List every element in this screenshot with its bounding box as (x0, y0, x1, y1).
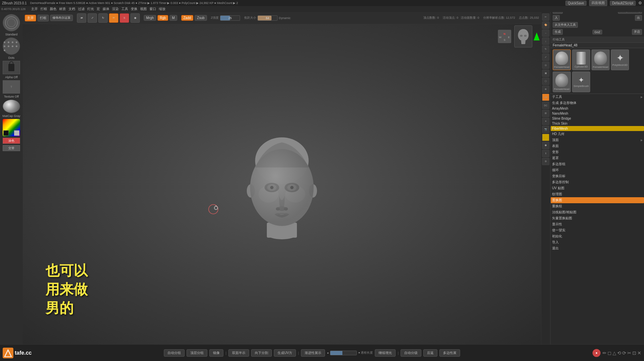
menu-item-macro[interactable]: 宏 (97, 7, 100, 11)
quicksave-btn[interactable]: QuickSave (565, 1, 586, 6)
loop-length-slider[interactable] (330, 351, 357, 355)
menu-item-view[interactable]: 视图 (140, 7, 147, 11)
subtool-generate-item[interactable]: 生成 多边形物体 (551, 100, 644, 106)
poly-control-item[interactable]: 多边形控制 (551, 179, 644, 185)
rsi-poly-btn[interactable]: ⬢ (542, 142, 549, 149)
head-preview-thumbnail[interactable] (514, 25, 532, 47)
undo-item[interactable]: 使一望实 (551, 227, 644, 233)
alpha-box[interactable] (3, 61, 20, 74)
brush-preview[interactable] (3, 14, 20, 31)
continuous-light-btn[interactable]: 继续增光 (375, 349, 396, 357)
rsi-info-btn[interactable]: ℹ (542, 150, 549, 157)
menu-item-draw[interactable]: 打框 (40, 7, 47, 11)
scale-btn[interactable]: ⤢ (88, 13, 97, 23)
bt-icon-8[interactable]: ✕ (637, 350, 641, 356)
vector-disp-item[interactable]: 矢量置换贴图 (551, 215, 644, 221)
bt-icon-2[interactable]: ◻ (608, 350, 612, 356)
morph-target-item[interactable]: 变换目标 (551, 173, 644, 179)
canvas-area[interactable]: 也可以用来做男的 N S W E (23, 24, 541, 344)
import-item[interactable]: 导入 (551, 239, 644, 245)
tool-thumb-femalehead3[interactable]: FemaleHead (553, 72, 571, 92)
mode-btn-main[interactable]: 主开 (25, 15, 36, 21)
bt-icon-5[interactable]: ⟳ (622, 350, 626, 356)
tool-thumb-cylinder[interactable]: Cylinder3D (572, 49, 590, 70)
menu-item-document[interactable]: 文档 (69, 7, 75, 11)
menu-item-color[interactable]: 颜色 (50, 7, 57, 11)
normal-map-item[interactable]: 法线贴图/精贴图 (551, 209, 644, 215)
rsi-mask-btn[interactable]: ▣ (542, 70, 549, 77)
rotate-btn[interactable]: ↻ (98, 13, 108, 23)
down-combo-btn[interactable]: 向下分割 (251, 349, 272, 357)
bt-icon-3[interactable]: △ (613, 350, 616, 356)
preset-name-label[interactable]: FemaleHead_48 (551, 43, 644, 48)
mode-btn-bool[interactable]: 修饰布尔运算 (50, 15, 73, 21)
rsi-scale-btn[interactable]: ⤢ (542, 53, 549, 61)
rsi-transpose-btn[interactable]: ⊕ (542, 86, 549, 93)
draw-btn[interactable]: ✏ (109, 13, 118, 23)
thickskin-item[interactable]: Thick Skin (551, 121, 644, 126)
polygroup-item[interactable]: 多边形组 (551, 161, 644, 167)
menu-item-transform[interactable]: 变换 (131, 7, 137, 11)
menu-item-main[interactable]: 主开 (31, 7, 38, 11)
load-btn[interactable]: 入 (553, 15, 560, 21)
rsi-move-btn[interactable]: ↕ (542, 37, 549, 45)
edit-btn[interactable]: ◉ (130, 13, 140, 23)
polyframe-btn[interactable]: 多边性展 (439, 349, 460, 357)
rsi-draw-btn[interactable]: ✏ (542, 13, 549, 21)
adaptive-subdiv-btn[interactable]: 自动分级 (401, 349, 421, 357)
viewport[interactable] (23, 24, 541, 344)
rsi-light-btn[interactable]: ☀ (542, 118, 549, 125)
rsi-smooth-btn[interactable]: ~ (542, 29, 549, 37)
mrgh-btn[interactable]: Mrgh (144, 15, 156, 21)
hdgeo-item[interactable]: HD 几何 (551, 131, 644, 137)
zadd-btn[interactable]: Zadd (181, 15, 194, 21)
export-btn[interactable]: 出 (635, 15, 642, 21)
menu-item-light[interactable]: 灯光 (87, 7, 94, 11)
rsi-paint-btn[interactable]: 🎨 (542, 21, 549, 29)
edge-loop-item[interactable]: 循环 (551, 167, 644, 173)
move-btn[interactable]: ⇄ (77, 13, 86, 23)
bt-icon-6[interactable]: ✂ (627, 350, 631, 356)
rsi-camera-btn[interactable]: 📷 (542, 126, 549, 133)
color-picker[interactable] (3, 119, 20, 136)
texture-box[interactable]: T (3, 80, 20, 94)
rsi-select-btn[interactable]: ⬡ (542, 78, 549, 85)
uv-map-item[interactable]: UV 贴图 (551, 185, 644, 191)
zsub-btn[interactable]: Zsub (195, 15, 207, 21)
tool-thumb-femalehead[interactable]: FemaleHead (553, 49, 571, 70)
displacement-item[interactable]: 置换图 (551, 197, 644, 203)
dots-brush-preview[interactable] (3, 37, 20, 55)
tool-thumb-simplebrush[interactable]: ✦ SimpleBrush (572, 72, 590, 92)
surface-item[interactable]: 表面 (551, 143, 644, 149)
initialize-item[interactable]: 初始化 (551, 233, 644, 239)
from-file-btn[interactable]: 从文件夹入工具 (553, 22, 578, 28)
display-item[interactable]: 显示性 (551, 221, 644, 227)
zdepth-btn[interactable]: 交替 (3, 145, 20, 151)
menu-item-tool[interactable]: 工具 (121, 7, 128, 11)
mode-btn-frame[interactable]: 打框 (37, 15, 49, 21)
tool-thumb-femalehead2[interactable]: FemaleHead (592, 49, 610, 70)
menu-item-zoom[interactable]: 缩放 (159, 7, 166, 11)
script-label[interactable]: DefaultZScript (610, 1, 636, 6)
menu-item-window[interactable]: 窗口 (149, 7, 156, 11)
subtool-item[interactable]: 子工具 ▶ (551, 94, 644, 100)
fibermesh-item[interactable]: FiberMesh (551, 126, 644, 131)
masking-item[interactable]: 遮罩 (551, 155, 644, 161)
texture-map-item[interactable]: 纹理图 (551, 191, 644, 197)
edge-level-btn[interactable]: 顶层分组 (187, 349, 207, 357)
focal-shift-slider[interactable]: 64 (257, 15, 278, 21)
orientation-cube[interactable]: N S W E (496, 28, 513, 45)
nanomesh-item[interactable]: NanoMesh (551, 111, 644, 116)
bt-icon-7[interactable]: ⊡ (632, 350, 636, 356)
rgb-btn[interactable]: Rgb (157, 15, 168, 21)
m-btn[interactable]: M (170, 15, 177, 21)
rsi-edit-btn[interactable]: ◎ (542, 62, 549, 69)
auto-subdivide-btn[interactable]: 自动分组 (164, 349, 185, 357)
bt-icon-1[interactable]: ✏ (603, 350, 607, 356)
goz-btn[interactable]: GoZ (593, 30, 603, 34)
bt-icon-4[interactable]: ⟲ (617, 350, 621, 356)
rsi-snap-btn[interactable]: ⊞ (542, 110, 549, 117)
z-intensity-slider[interactable]: 25 (220, 15, 240, 21)
mirror-btn[interactable]: 镜像 (209, 349, 223, 357)
open-btn[interactable]: 开启 (632, 29, 642, 35)
